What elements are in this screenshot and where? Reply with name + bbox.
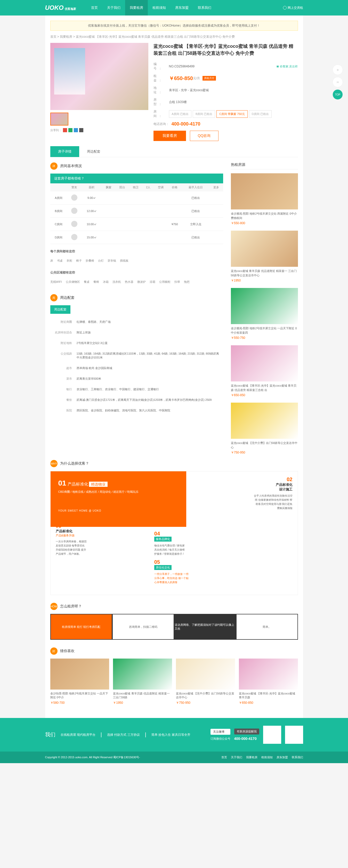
copyright: Copyright © 2012-2015 uoko.com. All Righ… — [45, 755, 140, 759]
comic-panel-2: 咨询简单，扫描二维码 — [112, 614, 174, 640]
listing-info: 蓝光coco蜜城 【青羊区-光华】蓝光coco蜜城 青羊贝森 优品道旁 精装套三… — [153, 43, 298, 141]
share-wechat-icon[interactable] — [68, 128, 72, 132]
comic-panel-4: 简单。 — [236, 614, 298, 640]
col-price: 价格 — [167, 183, 182, 191]
phone-label: 电话咨询： — [153, 122, 172, 126]
avatar-icon — [71, 208, 77, 214]
nav-contact[interactable]: 联系我们 — [193, 0, 216, 16]
qr-code-2 — [285, 726, 303, 744]
hot-listing-2[interactable]: 蓝光coco蜜城 青羊贝森 优品道附近 精装套一 三出门58路等公交直达市中心￥… — [231, 230, 298, 283]
globe-icon — [283, 6, 287, 9]
badge-like-icon: 好 — [50, 647, 58, 655]
room-tab-a[interactable]: A房间 已租出 — [169, 110, 192, 118]
breadcrumb[interactable]: 首页 > 我要租房 > 蓝光coco蜜城 【青羊区-光华】蓝光coco蜜城 青羊… — [50, 35, 298, 39]
share-qzone-icon[interactable] — [74, 128, 78, 132]
footer-item-3: 简单 拾包入住 家具日等全齐 — [151, 733, 190, 737]
avatar-icon — [71, 221, 77, 227]
section-like-title: 猜你喜欢 — [60, 649, 75, 653]
qq-consult-button[interactable]: QQ咨询 — [190, 131, 219, 141]
listing-title: 蓝光coco蜜城 【青羊区-光华】蓝光coco蜜城 青羊贝森 优品道旁 精装套三… — [153, 43, 298, 57]
hot-listing-1[interactable]: 金沙雅苑-熙郡 地铁2号线羊犀立交站 西展附近 0中介费独框间￥550-800 — [231, 173, 298, 225]
side-title: 热租房源 — [231, 162, 298, 169]
addr-label: 地 址： — [153, 86, 169, 95]
tab-surround[interactable]: 周边配套 — [79, 146, 108, 157]
footer-link-before[interactable]: 租前须知 — [261, 755, 273, 759]
room-tab-d[interactable]: D房间 已租出 — [249, 110, 272, 118]
back-to-top-icon[interactable]: TOP — [333, 89, 343, 100]
footer-item-2: 选择 付款方式 三方协议 — [107, 733, 140, 737]
addr-value: 青羊区 - 光华 - 蓝光coco蜜城 — [169, 88, 209, 92]
share-float-icon[interactable]: ⊕ — [333, 65, 343, 75]
qr-code-1 — [263, 726, 281, 744]
type-value: 合租 13/20楼 — [169, 100, 187, 104]
avatar-icon — [71, 194, 77, 201]
section-why-title: 为什么选择优客？ — [60, 461, 89, 466]
footer-we: 我们 — [45, 731, 56, 738]
badge-how-icon: HOW — [50, 603, 58, 610]
badge-surround-icon: 周 — [50, 294, 58, 301]
logo[interactable]: UOKO优客逸家 — [45, 4, 76, 11]
room-tab-b[interactable]: B房间 已租出 — [193, 110, 215, 118]
main-nav: 首页 关于我们 我要租房 租前须知 房东加盟 联系我们 — [86, 0, 283, 16]
share-bar: 分享到： — [50, 128, 148, 132]
like-item-2[interactable]: 蓝光coco蜜城 青羊贝森 优品道附近 精装套一 三出门58路￥1950 — [113, 658, 172, 705]
price-unit: 元/月 — [193, 76, 200, 81]
nav-home[interactable]: 首页 — [86, 0, 102, 16]
section-surround-title: 周边配套 — [60, 296, 75, 300]
hot-listing-5[interactable]: 蓝光coco蜜城 【无中介费】出门58路等公交直达市中心￥750-950 — [231, 403, 298, 455]
weibo-follow-button[interactable]: 关注微博 — [210, 729, 230, 735]
footer-link-rent[interactable]: 我要租房 — [246, 755, 257, 759]
nav-about[interactable]: 关于我们 — [102, 0, 125, 16]
table-row[interactable]: A房间9.00㎡已租出 — [50, 191, 223, 205]
agent-link[interactable]: ☎ 价客家.吴云祥 — [276, 65, 298, 68]
nav-rent[interactable]: 我要租房 — [125, 0, 148, 16]
why-infographic: 01产品标准化 精选物业 CBD商圈 / 地铁沿线 / 成熟社区 / 周边绿化 … — [50, 471, 298, 595]
section-how-title: 怎么租房呀？ — [60, 604, 82, 609]
notice-banner: 优客逸家在线支付全面上线，关注官方微信（微信号：UOKOHome）选择自助服务或… — [50, 21, 298, 31]
wechat-subscribe[interactable]: 订阅微信公众号 — [210, 737, 230, 741]
main-photo[interactable] — [50, 43, 148, 110]
nav-before[interactable]: 租前须知 — [148, 0, 171, 16]
comic-panel-1: 租房很简单 轻打 轻打考房匹配 — [50, 614, 112, 640]
footer-link-home[interactable]: 首页 — [221, 755, 227, 759]
price: ￥650-850 — [169, 75, 193, 82]
footer-link-about[interactable]: 关于我们 — [231, 755, 242, 759]
like-item-1[interactable]: 金沙怡景-熙郡 地铁2号线羊犀立交站 一品天下附近 0中介￥580-700 — [50, 658, 109, 705]
col-balcony: 阳台 — [115, 183, 129, 191]
surround-subheader: 周边配套 — [50, 305, 70, 314]
nav-landlord[interactable]: 房东加盟 — [171, 0, 193, 16]
room-tab-c[interactable]: C房间 带飘窗 750元 — [216, 110, 247, 118]
footer-phone: 400-000-4170 — [234, 737, 259, 741]
section-basic-title: 房间基本情况 — [60, 164, 82, 168]
badge-detail-icon: 详 — [50, 162, 58, 170]
table-header: 这套房子都有些啥？ — [50, 174, 223, 183]
like-item-4[interactable]: 蓝光coco蜜城 【青羊区-光华】蓝光coco蜜城 青羊贝森￥650-850 — [239, 658, 298, 705]
col-roommate: 室友 — [67, 183, 81, 191]
table-row[interactable]: D房间15.00㎡已租出 — [50, 231, 223, 244]
thumb-1[interactable] — [50, 113, 68, 125]
wechat-float-icon[interactable]: ✉ — [333, 77, 343, 87]
col-ac: 空调 — [154, 183, 167, 191]
avatar-icon — [71, 234, 77, 240]
view-house-button[interactable]: 我要看房 — [153, 131, 186, 141]
table-row[interactable]: C房间10.00㎡¥750立即入住 — [50, 218, 223, 231]
room-label: 房 间： — [153, 110, 169, 118]
rent-label: 租 金： — [153, 74, 169, 83]
footer-link-contact[interactable]: 联系我们 — [292, 755, 303, 759]
like-item-3[interactable]: 蓝光coco蜜城 【无中介费】出门58路等公交直达市中心￥750-950 — [176, 658, 235, 705]
share-weibo-icon[interactable] — [63, 128, 67, 132]
rooms-table: 室友 面积 飘窗 阳台 独卫 2人 空调 价格 最早入住日 更多 A房间9.00… — [50, 183, 223, 244]
code-label: 编 号： — [153, 62, 169, 71]
detail-tabs: 房子详情 周边配套 — [50, 146, 298, 157]
footer-link-landlord[interactable]: 房东加盟 — [277, 755, 288, 759]
pay-rent-link[interactable]: 网上交房租 — [283, 6, 303, 10]
share-more-icon[interactable] — [79, 128, 83, 132]
hot-listing-3[interactable]: 金沙雅苑-熙郡 地铁2号线羊犀立交站 一品天下附近 0中介租装套四￥550-75… — [231, 288, 298, 340]
gallery: 分享到： — [50, 43, 148, 141]
hot-listing-4[interactable]: 蓝光coco蜜城 【青羊区-光华】蓝光coco蜜城 青羊贝森 优品道旁 精装套三… — [231, 345, 298, 398]
tab-detail[interactable]: 房子详情 — [50, 146, 79, 157]
type-label: 房 型： — [153, 98, 169, 106]
comic-strip: 租房很简单 轻打 轻打考房匹配 咨询简单，扫描二维码 送达房网络、了解把握须知对… — [50, 614, 298, 640]
notify-button[interactable]: 有新房源提醒我 — [234, 728, 259, 735]
table-row[interactable]: B房间12.00㎡已租出 — [50, 205, 223, 218]
